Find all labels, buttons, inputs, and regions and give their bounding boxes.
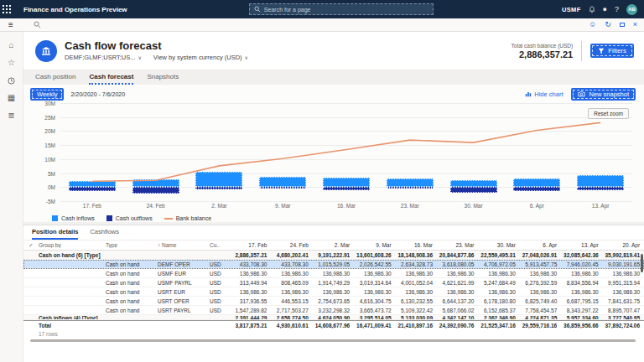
value-cell: 5,109,322.42 (396, 308, 437, 313)
value-cell: 27,048,026.91 (520, 252, 561, 258)
total-cash-balance-label: Total cash balance (USD) (512, 43, 574, 49)
table-row[interactable]: Cash on handUSMF EURUSD136,986.30136,986… (23, 269, 644, 278)
column-header-date[interactable]: 16. Mar (396, 242, 437, 248)
page-search-icon[interactable] (34, 21, 41, 28)
value-cell: 3,019,314.64 (354, 280, 395, 286)
settings-gear-icon[interactable]: ● (603, 6, 607, 13)
cash-outflows-bar[interactable] (513, 187, 560, 190)
feedback-smiley-icon[interactable]: ☺ (589, 21, 596, 28)
column-header-date[interactable]: 6. Apr (520, 242, 561, 248)
cash-outflows-bar[interactable] (132, 187, 179, 194)
cash-outflows-bar[interactable] (69, 187, 116, 191)
value-cell: 4,616,304.75 (354, 298, 395, 304)
refresh-icon[interactable]: ↻ (605, 21, 611, 28)
cash-inflows-bar[interactable] (195, 172, 242, 187)
column-header-date[interactable]: 17. Feb (230, 242, 271, 248)
vertical-scrollbar[interactable] (641, 254, 643, 272)
table-row[interactable]: Cash on handUSMF PAYRLUSD313,449.94808,4… (23, 278, 644, 287)
chart-plot-area[interactable]: Reset zoom 30M25M20M15M10M5M0M-5M (60, 103, 632, 202)
value-cell: 4,706,972.05 (478, 261, 519, 267)
cash-outflows-bar[interactable] (577, 187, 624, 189)
column-header-currency[interactable]: Cu.. (210, 242, 230, 248)
help-icon[interactable]: ? (615, 6, 619, 13)
company-scope-dropdown[interactable]: DEMF;GLMF;USRT;US...∨ (65, 54, 142, 61)
cash-inflows-bar[interactable] (513, 178, 560, 187)
column-header-date[interactable]: 24. Feb (271, 242, 312, 248)
x-axis-tick-label: 30. Mar (442, 203, 506, 212)
cash-inflows-bar[interactable] (387, 178, 434, 187)
value-cell: 433,708.30 (271, 261, 312, 267)
tab-cash-position[interactable]: Cash position (35, 73, 75, 85)
column-header-date[interactable]: 23. Mar (437, 242, 478, 248)
open-in-new-window-icon[interactable] (620, 23, 625, 27)
value-cell: 446,553.15 (271, 298, 312, 304)
cash-inflows-bar[interactable] (577, 175, 624, 187)
camera-icon (578, 90, 585, 97)
value-cell: 18,148,908.36 (396, 252, 437, 258)
legend-item[interactable]: Bank balance (164, 215, 211, 221)
type-cell: Cash on hand (106, 289, 158, 295)
legend-item[interactable]: Cash inflows (52, 215, 95, 221)
notifications-bell-icon[interactable] (589, 6, 595, 13)
cash-outflows-bar[interactable] (195, 187, 242, 189)
nav-hamburger-icon[interactable]: ≡ (0, 20, 22, 29)
group-header-row[interactable]: Cash on hand (6) [Type]2,886,357.214,680… (23, 251, 644, 260)
value-cell: 9,191,222.91 (313, 252, 354, 258)
value-cell: 8,834,556.94 (561, 280, 602, 286)
close-icon[interactable]: × (633, 21, 637, 28)
cash-inflows-bar[interactable] (259, 177, 306, 187)
legend-item[interactable]: Cash outflows (106, 215, 153, 221)
y-axis-tick-label: 0M (29, 184, 55, 190)
interval-weekly-button[interactable]: Weekly (30, 88, 64, 101)
tab-cash-forecast[interactable]: Cash forecast (89, 73, 133, 85)
company-picker[interactable]: USMF (562, 6, 580, 13)
y-axis-tick-label: 10M (29, 156, 55, 162)
filters-button[interactable]: Filters (590, 44, 634, 58)
value-cell: 136,986.30 (520, 289, 561, 295)
value-cell: 1,015,529.05 (313, 261, 354, 267)
global-search-input[interactable]: Search for a page (249, 3, 434, 15)
user-avatar[interactable]: AB (626, 4, 637, 15)
table-row[interactable]: Cash on handUSRT PAYRLUSD1,547,289.822,7… (23, 306, 644, 315)
cash-outflows-bar[interactable] (387, 187, 434, 189)
column-header-date[interactable]: 13. Apr (561, 242, 602, 248)
tab-cashflows[interactable]: Cashflows (90, 228, 119, 240)
column-header-date[interactable]: 2. Mar (313, 242, 354, 248)
column-header-date[interactable]: 30. Mar (478, 242, 519, 248)
workspaces-icon[interactable]: ▦ (8, 93, 15, 103)
y-axis-tick-label: 5M (29, 170, 55, 176)
name-cell: USRT EUR (158, 289, 210, 295)
cash-outflows-bar[interactable] (323, 187, 370, 190)
tab-position-details[interactable]: Position details (32, 228, 78, 240)
cash-outflows-bar[interactable] (450, 187, 497, 193)
hide-chart-button[interactable]: Hide chart (525, 90, 563, 98)
value-cell: 6,130,232.55 (396, 298, 437, 304)
reset-zoom-button[interactable]: Reset zoom (588, 108, 629, 119)
favorites-star-icon[interactable]: ☆ (8, 58, 15, 68)
cash-inflows-bar[interactable] (450, 180, 497, 188)
cash-inflows-bar[interactable] (132, 179, 179, 187)
home-icon[interactable]: ⌂ (8, 40, 13, 50)
column-header-type[interactable]: Type (106, 242, 158, 248)
select-all-checkbox[interactable]: ✓ (23, 242, 39, 249)
x-axis-tick-label: 6. Apr (505, 203, 569, 212)
table-row[interactable]: Cash on handDEMF OPERUSD433,708.30433,70… (23, 260, 644, 269)
legend-swatch (52, 215, 58, 221)
table-row[interactable]: Cash on handUSRT EURUSD136,986.30136,986… (23, 287, 644, 297)
cash-outflows-bar[interactable] (259, 187, 306, 189)
column-header-date[interactable]: 9. Mar (354, 242, 395, 248)
horizontal-scrollbar[interactable] (30, 339, 636, 342)
cash-inflows-bar[interactable] (323, 178, 370, 188)
tab-snapshots[interactable]: Snapshots (147, 73, 179, 85)
view-by-currency-dropdown[interactable]: View by system currency (USD)∨ (153, 54, 248, 61)
recent-clock-icon[interactable] (8, 75, 15, 85)
modules-icon[interactable]: ≣ (8, 111, 14, 121)
column-header-date[interactable]: 20. Apr (603, 242, 644, 248)
column-header-name[interactable]: ↑ Name (158, 242, 210, 248)
new-snapshot-button[interactable]: New snapshot (571, 88, 636, 101)
x-axis-tick-label: 17. Feb (60, 203, 124, 212)
cash-inflows-bar[interactable] (69, 181, 116, 187)
app-launcher-waffle-icon[interactable] (0, 0, 20, 18)
table-row[interactable]: Cash on handUSRT OPERUSD317,936.55446,55… (23, 297, 644, 306)
column-header-group-by[interactable]: Group by (39, 242, 106, 248)
